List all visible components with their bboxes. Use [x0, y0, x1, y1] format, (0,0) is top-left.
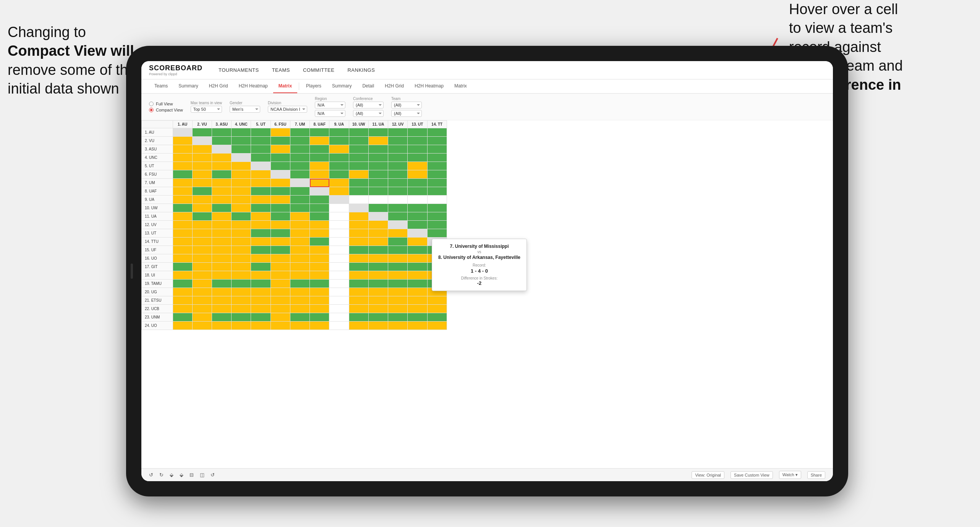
matrix-cell[interactable] — [388, 145, 408, 154]
matrix-cell[interactable] — [388, 263, 408, 271]
matrix-cell[interactable] — [349, 296, 368, 305]
matrix-cell[interactable] — [310, 212, 329, 221]
matrix-cell[interactable] — [192, 162, 212, 170]
tab-detail[interactable]: Detail — [357, 79, 379, 93]
matrix-cell[interactable] — [310, 263, 329, 271]
matrix-cell[interactable] — [329, 145, 349, 154]
matrix-cell[interactable] — [192, 196, 212, 204]
matrix-cell[interactable] — [310, 196, 329, 204]
watch-btn[interactable]: Watch ▾ — [779, 471, 801, 479]
matrix-cell[interactable] — [329, 280, 349, 288]
matrix-cell[interactable] — [349, 145, 368, 154]
tool3-icon[interactable]: ⊟ — [190, 472, 194, 478]
matrix-cell[interactable] — [232, 170, 251, 179]
matrix-cell[interactable] — [192, 145, 212, 154]
matrix-cell[interactable] — [192, 296, 212, 305]
matrix-cell[interactable] — [388, 246, 408, 254]
matrix-cell[interactable] — [173, 305, 192, 313]
matrix-cell[interactable] — [388, 187, 408, 196]
matrix-cell[interactable] — [388, 254, 408, 263]
matrix-cell[interactable] — [329, 162, 349, 170]
matrix-cell[interactable] — [251, 179, 271, 187]
matrix-cell[interactable] — [427, 296, 447, 305]
matrix-cell[interactable] — [408, 271, 427, 280]
matrix-cell[interactable] — [173, 254, 192, 263]
matrix-cell[interactable] — [427, 229, 447, 238]
nav-rankings[interactable]: RANKINGS — [347, 66, 376, 74]
nav-teams[interactable]: TEAMS — [271, 66, 291, 74]
matrix-cell[interactable] — [388, 128, 408, 137]
matrix-cell[interactable] — [310, 128, 329, 137]
matrix-cell[interactable] — [329, 305, 349, 313]
matrix-cell[interactable] — [349, 322, 368, 330]
team-select2[interactable]: (All) — [391, 110, 422, 117]
matrix-cell[interactable] — [427, 187, 447, 196]
conference-select[interactable]: (All) — [353, 102, 384, 108]
matrix-cell[interactable] — [232, 162, 251, 170]
matrix-cell[interactable] — [290, 296, 309, 305]
matrix-cell[interactable] — [271, 221, 290, 229]
region-select2[interactable]: N/A — [315, 110, 345, 117]
matrix-cell[interactable] — [271, 263, 290, 271]
matrix-cell[interactable] — [310, 162, 329, 170]
matrix-cell[interactable] — [271, 162, 290, 170]
matrix-cell[interactable] — [427, 137, 447, 145]
matrix-cell[interactable] — [310, 280, 329, 288]
matrix-cell[interactable] — [368, 254, 388, 263]
tab-summary[interactable]: Summary — [173, 79, 203, 93]
matrix-cell[interactable] — [192, 322, 212, 330]
matrix-cell[interactable] — [310, 288, 329, 296]
matrix-cell[interactable] — [427, 196, 447, 204]
undo-icon[interactable]: ↺ — [149, 472, 153, 478]
matrix-cell[interactable] — [388, 229, 408, 238]
matrix-cell[interactable] — [173, 145, 192, 154]
tab-h2h-grid[interactable]: H2H Grid — [204, 79, 233, 93]
matrix-cell[interactable] — [329, 254, 349, 263]
matrix-cell[interactable] — [368, 212, 388, 221]
matrix-cell[interactable] — [427, 313, 447, 322]
matrix-cell[interactable] — [232, 221, 251, 229]
matrix-cell[interactable] — [408, 154, 427, 162]
matrix-cell[interactable] — [368, 271, 388, 280]
matrix-cell[interactable] — [427, 154, 447, 162]
matrix-cell[interactable] — [212, 154, 231, 162]
matrix-cell[interactable] — [173, 187, 192, 196]
matrix-cell[interactable] — [290, 238, 309, 246]
matrix-cell[interactable] — [251, 313, 271, 322]
matrix-cell[interactable] — [271, 196, 290, 204]
matrix-cell[interactable] — [251, 212, 271, 221]
matrix-cell[interactable] — [349, 204, 368, 212]
matrix-cell[interactable] — [329, 204, 349, 212]
matrix-cell[interactable] — [212, 280, 231, 288]
matrix-cell[interactable] — [310, 179, 329, 187]
matrix-cell[interactable] — [310, 229, 329, 238]
radio-compact-view[interactable]: Compact View — [149, 108, 183, 112]
matrix-cell[interactable] — [290, 229, 309, 238]
matrix-cell[interactable] — [408, 313, 427, 322]
view-original-btn[interactable]: View: Original — [692, 471, 724, 479]
matrix-cell[interactable] — [408, 246, 427, 254]
matrix-cell[interactable] — [408, 212, 427, 221]
matrix-cell[interactable] — [290, 154, 309, 162]
matrix-cell[interactable] — [212, 204, 231, 212]
matrix-cell[interactable] — [192, 305, 212, 313]
matrix-cell[interactable] — [310, 154, 329, 162]
matrix-cell[interactable] — [232, 246, 251, 254]
matrix-cell[interactable] — [251, 288, 271, 296]
matrix-cell[interactable] — [251, 128, 271, 137]
matrix-cell[interactable] — [349, 162, 368, 170]
matrix-cell[interactable] — [173, 154, 192, 162]
matrix-cell[interactable] — [388, 162, 408, 170]
matrix-cell[interactable] — [388, 296, 408, 305]
matrix-cell[interactable] — [212, 196, 231, 204]
matrix-cell[interactable] — [408, 322, 427, 330]
matrix-cell[interactable] — [290, 170, 309, 179]
matrix-cell[interactable] — [192, 238, 212, 246]
matrix-cell[interactable] — [192, 179, 212, 187]
matrix-cell[interactable] — [232, 187, 251, 196]
matrix-cell[interactable] — [368, 263, 388, 271]
matrix-cell[interactable] — [232, 288, 251, 296]
matrix-cell[interactable] — [251, 170, 271, 179]
matrix-cell[interactable] — [408, 170, 427, 179]
matrix-cell[interactable] — [310, 322, 329, 330]
